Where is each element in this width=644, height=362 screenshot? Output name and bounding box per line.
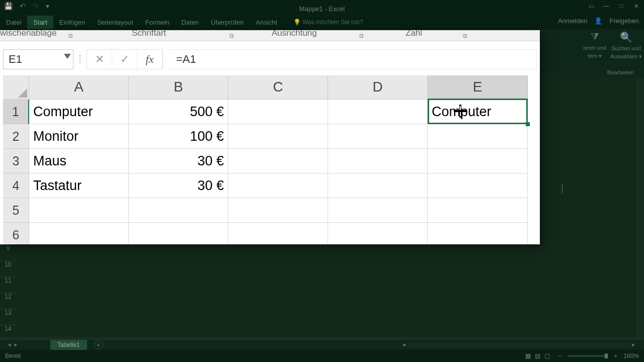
- cell-a3[interactable]: Maus: [29, 149, 129, 173]
- sort-filter-button[interactable]: ⧩ ieren und tern ▾: [583, 31, 606, 71]
- column-header-c[interactable]: C: [228, 75, 328, 100]
- cell-c5[interactable]: [228, 198, 328, 223]
- tell-me-search[interactable]: 💡 Was möchten Sie tun?: [293, 19, 363, 26]
- cell-d3[interactable]: [328, 149, 428, 173]
- tab-einfuegen[interactable]: Einfügen: [53, 16, 91, 29]
- dialog-launcher-icon[interactable]: ⧉: [463, 32, 467, 39]
- cancel-formula-button[interactable]: ✕: [87, 50, 112, 69]
- tab-datei[interactable]: Datei: [0, 16, 27, 29]
- cell-e3[interactable]: [428, 149, 528, 173]
- zoom-in-button[interactable]: +: [614, 352, 617, 359]
- tab-ansicht[interactable]: Ansicht: [250, 16, 283, 29]
- share-icon[interactable]: 👤: [594, 17, 602, 25]
- select-all-corner[interactable]: [3, 75, 29, 100]
- tab-formeln[interactable]: Formeln: [139, 16, 176, 29]
- bg-row-header[interactable]: 10: [0, 260, 16, 277]
- zoom-out-button[interactable]: −: [558, 352, 561, 359]
- scroll-left-icon[interactable]: ◄: [400, 342, 408, 347]
- undo-icon[interactable]: ↶: [20, 2, 26, 10]
- cell-b6[interactable]: [129, 223, 228, 244]
- cell-e2[interactable]: [428, 124, 528, 149]
- formula-controls: ✕ ✓ fx: [87, 49, 163, 69]
- dialog-launcher-icon[interactable]: ⧉: [229, 32, 234, 39]
- bg-row-header[interactable]: 9: [0, 244, 16, 260]
- chevron-down-icon[interactable]: [64, 54, 71, 59]
- bg-row-header[interactable]: 12: [0, 293, 16, 309]
- close-button[interactable]: ✕: [629, 0, 644, 12]
- view-switcher[interactable]: ▦▤▢: [523, 352, 552, 359]
- bg-row-header[interactable]: 13: [0, 309, 16, 325]
- cell-e5[interactable]: [428, 198, 528, 223]
- dialog-launcher-icon[interactable]: ⧉: [359, 32, 364, 39]
- row-header-2[interactable]: 2: [3, 124, 29, 149]
- minimize-button[interactable]: —: [599, 0, 614, 12]
- cell-d4[interactable]: [328, 173, 428, 198]
- zoom-level[interactable]: 160%: [623, 352, 639, 359]
- cell-b3[interactable]: 30 €: [129, 149, 228, 173]
- cell-a5[interactable]: [29, 198, 129, 223]
- cell-d1[interactable]: [328, 100, 428, 124]
- status-bar: Bereit ▦▤▢ − + 160%: [0, 350, 644, 362]
- sheet-tab-active[interactable]: Tabelle1: [50, 340, 87, 350]
- qat-more-icon[interactable]: ▾: [46, 2, 49, 10]
- cell-c1[interactable]: [228, 100, 328, 124]
- row-header-1[interactable]: 1: [3, 100, 29, 124]
- table-row: 3 Maus 30 €: [3, 149, 540, 173]
- save-icon[interactable]: 💾: [4, 2, 13, 10]
- scroll-track[interactable]: [408, 342, 630, 347]
- splitter-handle[interactable]: [78, 55, 82, 64]
- tab-start[interactable]: Start: [27, 16, 53, 29]
- scroll-right-icon[interactable]: ►: [630, 342, 637, 347]
- cell-a4[interactable]: Tastatur: [29, 173, 129, 198]
- tab-daten[interactable]: Daten: [175, 16, 205, 29]
- vertical-scrollbar[interactable]: [637, 78, 644, 337]
- ribbon-tabs: Datei Start Einfügen Seitenlayout Formel…: [0, 15, 644, 29]
- redo-icon[interactable]: ↷: [33, 2, 39, 10]
- cell-b4[interactable]: 30 €: [129, 173, 228, 198]
- cell-e6[interactable]: [428, 223, 528, 244]
- column-header-a[interactable]: A: [29, 75, 129, 100]
- insert-function-button[interactable]: fx: [137, 50, 163, 69]
- tab-ueberpruefen[interactable]: Überprüfen: [205, 16, 250, 29]
- cell-a2[interactable]: Monitor: [29, 124, 129, 149]
- share-button[interactable]: Freigeben: [609, 17, 639, 25]
- sheet-nav-arrows[interactable]: ◄ ►: [0, 342, 25, 347]
- cell-b5[interactable]: [129, 198, 228, 223]
- cell-e4[interactable]: [428, 173, 528, 198]
- cell-c4[interactable]: [228, 173, 328, 198]
- cell-d2[interactable]: [328, 124, 428, 149]
- cell-d5[interactable]: [328, 198, 428, 223]
- cell-e1-selected[interactable]: Computer: [428, 100, 528, 124]
- bg-row-header[interactable]: 11: [0, 277, 16, 293]
- name-box[interactable]: E1: [3, 49, 73, 69]
- row-header-6[interactable]: 6: [3, 223, 29, 244]
- cell-b2[interactable]: 100 €: [129, 124, 228, 149]
- tab-seitenlayout[interactable]: Seitenlayout: [91, 16, 139, 29]
- maximize-button[interactable]: □: [614, 0, 629, 12]
- zoom-slider[interactable]: [568, 355, 608, 357]
- cell-a6[interactable]: [29, 223, 129, 244]
- column-header-e[interactable]: E: [428, 75, 528, 100]
- fill-handle[interactable]: [526, 122, 530, 126]
- cell-a1[interactable]: Computer: [29, 100, 129, 124]
- dialog-launcher-icon[interactable]: ⧉: [68, 32, 73, 39]
- cell-b1[interactable]: 500 €: [129, 100, 228, 124]
- horizontal-scrollbar[interactable]: ◄ ►: [400, 341, 637, 348]
- cell-c2[interactable]: [228, 124, 328, 149]
- column-header-b[interactable]: B: [129, 75, 228, 100]
- column-header-d[interactable]: D: [328, 75, 428, 100]
- enter-formula-button[interactable]: ✓: [112, 50, 137, 69]
- find-select-button[interactable]: 🔍 Suchen und Auswählen ▾: [610, 31, 642, 71]
- sign-in-link[interactable]: Anmelden: [558, 17, 588, 25]
- row-header-4[interactable]: 4: [3, 173, 29, 198]
- row-header-3[interactable]: 3: [3, 149, 29, 173]
- ribbon-options-icon[interactable]: ▭: [584, 0, 599, 12]
- formula-input[interactable]: =A1: [168, 49, 537, 69]
- cell-c6[interactable]: [228, 223, 328, 244]
- row-header-5[interactable]: 5: [3, 198, 29, 223]
- cell-d6[interactable]: [328, 223, 428, 244]
- add-sheet-button[interactable]: +: [94, 340, 103, 349]
- group-label-font: Schriftart: [132, 30, 166, 38]
- cell-c3[interactable]: [228, 149, 328, 173]
- window-title: Mappe1 - Excel: [299, 5, 345, 13]
